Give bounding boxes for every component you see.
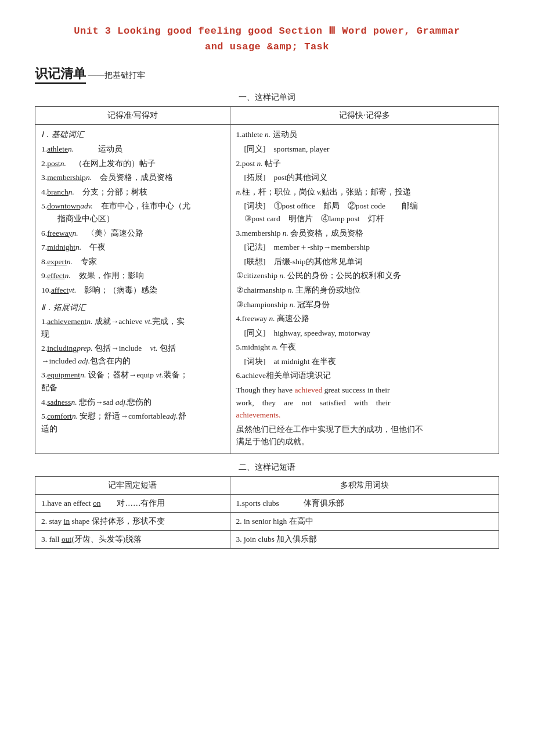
r-achieve-trans: 虽然他们已经在工作中实现了巨大的成功，但他们不满足于他们的成就。 bbox=[236, 423, 493, 448]
r-ext-2b: n.柱，杆；职位，岗位 v.贴出，张贴；邮寄，投递 bbox=[236, 186, 493, 199]
r-word-4: 4.freeway n. 高速公路 bbox=[236, 312, 493, 325]
col2-header: 记得快·记得多 bbox=[230, 107, 499, 125]
phrase-table: 记牢固定短语 多积常用词块 1.have an effect on 对……有作用… bbox=[35, 476, 499, 549]
word-5: 5.downtownadv. 在市中心，往市中心（尤指商业中心区） bbox=[41, 200, 224, 225]
cat-label-2: Ⅱ．拓展词汇 bbox=[41, 301, 224, 314]
phrase-row-2: 2. stay in shape 保持体形，形状不变 2. in senior … bbox=[35, 513, 499, 531]
phrase-col1-3: 3. fall out(牙齿、头发等)脱落 bbox=[35, 531, 230, 549]
r-achieve-sentence: Though they have achieved great success … bbox=[236, 384, 493, 422]
r-assoc-3c: ③championship n. 冠军身份 bbox=[236, 298, 493, 311]
r-assoc-3a: ①citizenship n. 公民的身份；公民的权利和义务 bbox=[236, 269, 493, 282]
r-assoc-3: [联想] 后缀-ship的其他常见单词 bbox=[236, 255, 493, 268]
phrase-col1-1: 1.have an effect on 对……有作用 bbox=[35, 495, 230, 513]
phrase-col1-2: 2. stay in shape 保持体形，形状不变 bbox=[35, 513, 230, 531]
r-ext-2: [拓展] post的其他词义 bbox=[236, 171, 493, 184]
word-2: 2.postn. （在网上发布的）帖子 bbox=[41, 157, 224, 170]
word-1: 1.athleten. 运动员 bbox=[41, 143, 224, 156]
phrase-col2-2: 2. in senior high 在高中 bbox=[230, 513, 499, 531]
section2-label: 二、这样记短语 bbox=[35, 462, 499, 473]
ext-word-3: 3.equipmentn. 设备；器材→equip vt.装备；配备 bbox=[41, 369, 224, 394]
r-word-1: 1.athlete n. 运动员 bbox=[236, 128, 493, 141]
r-syn-4: [同义] highway, speedway, motorway bbox=[236, 327, 493, 340]
r-word-5: 5.midnight n. 午夜 bbox=[236, 341, 493, 354]
ext-word-4: 4.sadnessn. 悲伤→sad adj.悲伤的 bbox=[41, 396, 224, 409]
col1-cell: Ⅰ．基础词汇 1.athleten. 运动员 2.postn. （在网上发布的）… bbox=[35, 125, 230, 454]
phrase-row-3: 3. fall out(牙齿、头发等)脱落 3. join clubs 加入俱乐… bbox=[35, 531, 499, 549]
word-10: 10.affectvt. 影响；（病毒）感染 bbox=[41, 284, 224, 297]
r-mem-3: [记法] member＋-ship→membership bbox=[236, 241, 493, 254]
ext-word-2: 2.includingprep. 包括→include vt. 包括→inclu… bbox=[41, 342, 224, 367]
r-chunk-5: [词块] at midnight 在半夜 bbox=[236, 355, 493, 368]
ext-word-5: 5.comfortn. 安慰；舒适→comfortableadj.舒适的 bbox=[41, 410, 224, 435]
word-8: 8.expertn. 专家 bbox=[41, 255, 224, 268]
word-7: 7.midnightn. 午夜 bbox=[41, 241, 224, 254]
word-4: 4.branchn. 分支；分部；树枝 bbox=[41, 186, 224, 199]
table-row: Ⅰ．基础词汇 1.athleten. 运动员 2.postn. （在网上发布的）… bbox=[35, 125, 499, 454]
main-heading: 识记清单 bbox=[35, 65, 86, 84]
phrase-col1-header: 记牢固定短语 bbox=[35, 477, 230, 495]
page-title: Unit 3 Looking good feeling good Section… bbox=[35, 23, 499, 55]
r-achieve-6: 6.achieve相关单词语境识记 bbox=[236, 369, 493, 382]
phrase-row-1: 1.have an effect on 对……有作用 1.sports club… bbox=[35, 495, 499, 513]
heading-subtitle: ——把基础打牢 bbox=[88, 71, 145, 80]
cat-label-1: Ⅰ．基础词汇 bbox=[41, 128, 224, 141]
ext-word-1: 1.achievementn. 成就→achieve vt.完成，实现 bbox=[41, 315, 224, 340]
r-syn-1: [同义] sportsman, player bbox=[236, 143, 493, 156]
word-6: 6.freewayn. 〈美〉高速公路 bbox=[41, 227, 224, 240]
r-chunk-2: [词块] ①post office 邮局 ②post code 邮编③post … bbox=[236, 200, 493, 225]
section-heading-row: 识记清单 ——把基础打牢 bbox=[35, 65, 499, 87]
section1-label: 一、这样记单词 bbox=[35, 92, 499, 103]
phrase-col2-header: 多积常用词块 bbox=[230, 477, 499, 495]
r-word-3: 3.membership n. 会员资格，成员资格 bbox=[236, 227, 493, 240]
vocab-table: 记得准·写得对 记得快·记得多 Ⅰ．基础词汇 1.athleten. 运动员 2… bbox=[35, 106, 499, 454]
r-word-2: 2.post n. 帖子 bbox=[236, 157, 493, 170]
col2-cell: 1.athlete n. 运动员 [同义] sportsman, player … bbox=[230, 125, 499, 454]
col1-header: 记得准·写得对 bbox=[35, 107, 230, 125]
word-9: 9.effectn. 效果，作用；影响 bbox=[41, 269, 224, 282]
phrase-col2-1: 1.sports clubs 体育俱乐部 bbox=[230, 495, 499, 513]
word-3: 3.membershipn. 会员资格，成员资格 bbox=[41, 171, 224, 184]
r-assoc-3b: ②chairmanship n. 主席的身份或地位 bbox=[236, 284, 493, 297]
phrase-col2-3: 3. join clubs 加入俱乐部 bbox=[230, 531, 499, 549]
